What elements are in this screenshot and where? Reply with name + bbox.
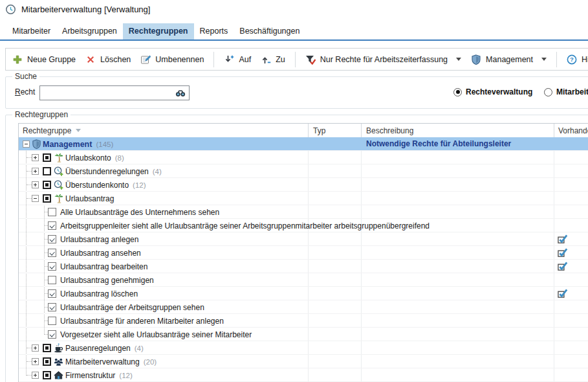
column-header-rechtegruppe[interactable]: Rechtegruppe [23,124,81,137]
collapse-all-button[interactable]: Zu [261,54,285,65]
expand-all-button[interactable]: Auf [224,54,251,65]
shield-icon [32,139,41,149]
checkbox-checked[interactable] [48,330,56,339]
filter-funnel-icon [305,54,316,65]
expand-all-label: Auf [239,55,251,64]
checkbox-unchecked[interactable] [48,276,56,284]
tree-row[interactable]: Urlaubsantrag [19,192,588,205]
expander-plus-icon[interactable] [32,358,39,365]
checkbox-checked[interactable] [48,221,56,230]
row-label: Mitarbeiterverwaltung [65,357,140,366]
search-panel: Suche Recht Rechteverwaltung Mitarbeiter [5,76,588,109]
tab-reports[interactable]: Reports [194,23,234,39]
row-label: Urlaubskonto [65,153,111,163]
tab-arbeitsgruppen[interactable]: Arbeitsgruppen [56,23,123,39]
row-label-group: Urlaubsanträge der Arbeitsgruppen sehen [60,300,204,314]
column-header-typ[interactable]: Typ [313,124,325,137]
tab-mitarbeiter[interactable]: Mitarbeiter [6,23,56,39]
radio-mitarbeiter[interactable]: Mitarbeiter [544,87,588,96]
group-select-dropdown[interactable]: Management [471,54,547,65]
arrow-up-minus-icon [261,54,271,65]
row-count: (20) [144,358,157,366]
tree-row[interactable]: Urlaubsanträge für anderen Mitarbeiter a… [19,314,588,328]
expander-plus-icon[interactable] [32,372,39,379]
clock-plus-icon [54,180,63,190]
tree-row[interactable]: Mitarbeiterverwaltung(20) [19,355,588,368]
radio-label: Rechteverwaltung [466,87,532,96]
tree-row[interactable]: Pausenregelungen(4) [19,341,588,355]
tab-rechtegruppen[interactable]: Rechtegruppen [123,23,194,39]
column-header-vorhanden[interactable]: Vorhanden [558,124,588,137]
row-label-group: Urlaubsantrag ansehen [60,246,141,260]
expander-plus-icon[interactable] [32,154,39,161]
checkbox-unchecked[interactable] [43,167,51,175]
tree-row[interactable]: Urlaubsantrag löschen [19,287,588,300]
row-label-group: Vorgesetzer sieht alle Urlaubsanträge se… [60,328,252,341]
tree-row[interactable]: Vorgesetzer sieht alle Urlaubsanträge se… [19,328,588,341]
sort-descending-icon [76,129,81,132]
vorhanden-check-icon [558,234,569,245]
search-field-label: Recht [15,87,35,96]
row-label-group: Urlaubsantrag genehmigen [60,273,154,287]
rename-button[interactable]: Umbenennen [140,54,204,65]
delete-button[interactable]: Löschen [85,54,131,65]
expander-plus-icon[interactable] [32,344,39,352]
checkbox-checked[interactable] [48,303,56,311]
tree-row[interactable]: Arbeitsgruppenleiter sieht alle Urlaubsa… [19,219,588,232]
checkbox-unchecked[interactable] [48,317,56,325]
expander-minus-icon[interactable] [32,195,39,202]
row-label: Management [43,140,92,149]
tab-beschäftigungen[interactable]: Beschäftigungen [234,23,305,39]
row-count: (8) [115,154,124,162]
toolbar-separator [556,52,557,67]
row-label: Urlaubsantrag bearbeiten [60,262,147,271]
toolbar-separator [213,52,214,67]
expander-plus-icon[interactable] [32,168,39,175]
tree-row[interactable]: Urlaubsanträge der Arbeitsgruppen sehen [19,300,588,314]
expander-plus-icon[interactable] [32,181,39,188]
palm-icon [54,153,63,163]
tree-row[interactable]: Urlaubsantrag genehmigen [19,273,588,287]
row-label: Urlaubsantrag genehmigen [60,276,154,285]
expander-minus-icon[interactable] [23,140,30,148]
checkbox-checked[interactable] [48,235,56,243]
tree-row[interactable]: Urlaubsantrag bearbeiten [19,260,588,273]
row-label: Urlaubsanträge für anderen Mitarbeiter a… [60,317,224,326]
checkbox-checked[interactable] [48,289,56,298]
checkbox-mixed[interactable] [43,357,51,366]
checkbox-checked[interactable] [48,262,56,271]
row-label-group: Urlaubskonto(8) [65,151,124,164]
toolbar: Neue Gruppe Löschen Umbenennen Auf Zu Nu… [5,48,588,71]
vorhanden-check-icon [558,261,569,272]
search-input[interactable] [39,85,190,100]
header-separator [361,124,362,137]
checkbox-mixed[interactable] [43,371,51,379]
checkbox-mixed[interactable] [43,181,51,189]
tree-row[interactable]: Urlaubskonto(8) [19,151,588,164]
row-count: (4) [153,168,162,175]
tab-accent-line [0,39,588,41]
tree-row[interactable]: Alle Urlaubsanträge des Unternehmens seh… [19,205,588,219]
clock-icon [5,4,16,15]
checkbox-mixed[interactable] [43,344,51,352]
help-button[interactable]: Hilfe [567,54,588,65]
column-header-beschreibung[interactable]: Beschreibung [366,124,413,137]
checkbox-mixed[interactable] [43,194,51,203]
tree-row[interactable]: Urlaubsantrag anlegen [19,232,588,246]
checkbox-unchecked[interactable] [48,208,56,216]
rights-table: Rechtegruppe Typ Beschreibung Vorhanden … [18,123,588,382]
window-title: Mitarbeiterverwaltung [Verwaltung] [21,5,150,14]
delete-x-icon [85,54,96,65]
checkbox-mixed[interactable] [43,153,51,162]
radio-rechteverwaltung[interactable]: Rechteverwaltung [453,87,532,96]
row-label: Alle Urlaubsanträge des Unternehmens seh… [60,208,219,217]
tree-row[interactable]: Firmenstruktur(12) [19,368,588,382]
tree-row[interactable]: Überstundenregelungen(4) [19,164,588,178]
new-group-button[interactable]: Neue Gruppe [12,54,76,65]
column-header-label: Typ [313,126,325,135]
tree-row[interactable]: Überstundenkonto(12) [19,178,588,192]
filter-dropdown-button[interactable]: Nur Rechte für Arbeitszeiterfassung [305,54,461,65]
tree-row[interactable]: Management(145)Notwendige Rechte für Abt… [19,137,588,151]
tree-row[interactable]: Urlaubsantrag ansehen [19,246,588,260]
checkbox-checked[interactable] [48,249,56,257]
